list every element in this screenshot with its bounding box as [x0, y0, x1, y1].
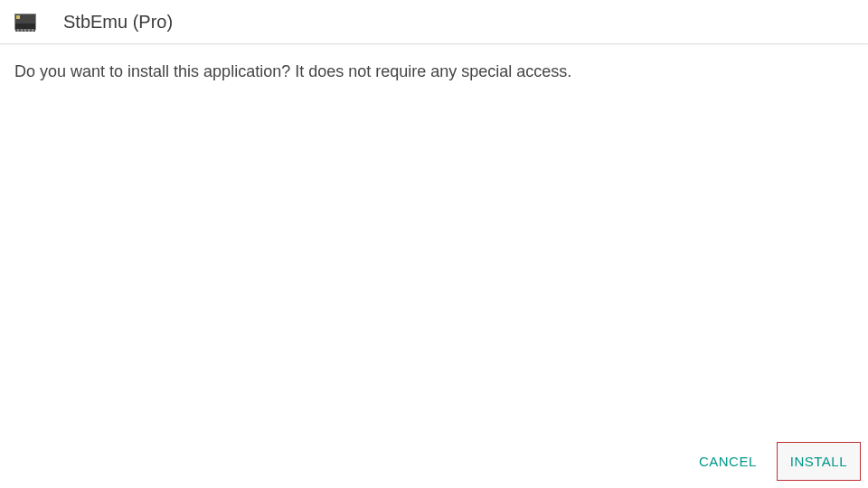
install-message: Do you want to install this application?…: [0, 44, 868, 99]
install-button[interactable]: INSTALL: [777, 442, 861, 481]
button-bar: CANCEL INSTALL: [686, 442, 861, 481]
install-dialog-header: StbEmu (Pro): [0, 0, 868, 44]
app-title: StbEmu (Pro): [63, 12, 173, 33]
app-icon: [14, 14, 36, 30]
cancel-button[interactable]: CANCEL: [686, 443, 769, 480]
